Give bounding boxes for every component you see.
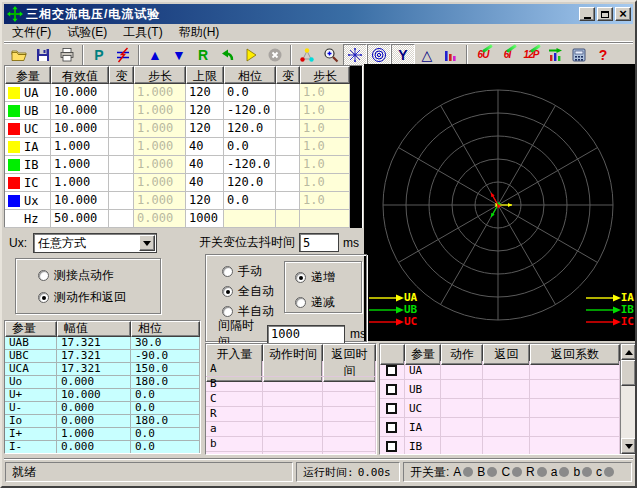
save-button[interactable] xyxy=(31,44,55,66)
wye-view-button[interactable]: Y xyxy=(391,44,415,66)
derived-cell: 0.0 xyxy=(131,441,200,454)
color-chip xyxy=(8,123,20,135)
param-value-cell[interactable]: 1.000 xyxy=(51,174,109,192)
direction-radio-1[interactable]: 递减 xyxy=(295,294,361,311)
reset-button[interactable]: R xyxy=(191,44,215,66)
ux-mode-dropdown-button[interactable] xyxy=(139,235,155,251)
debounce-input[interactable] xyxy=(299,233,339,252)
print-button[interactable] xyxy=(55,44,79,66)
6u-output-button[interactable]: 6U xyxy=(471,44,495,66)
input-row-C: C xyxy=(206,391,376,406)
12p-output-button[interactable]: 12P xyxy=(519,44,543,66)
radio-unchecked-icon xyxy=(38,270,49,281)
derived-row-Io: Io0.000180.0 xyxy=(5,415,200,428)
run-mode-radio-0[interactable]: 手动 xyxy=(222,263,274,280)
checkbox-unchecked[interactable] xyxy=(386,403,397,414)
param-value-cell[interactable]: 120 xyxy=(186,192,224,210)
param-value-cell[interactable]: 50.000 xyxy=(51,210,109,228)
rings-view-button[interactable] xyxy=(367,44,391,66)
scroll-track[interactable] xyxy=(621,386,636,438)
run-mode-radio-1[interactable]: 全自动 xyxy=(222,283,274,300)
param-row-UA: UA10.0001.0001200.01.0 xyxy=(5,84,362,102)
contact-mode-radio-1[interactable]: 测动作和返回 xyxy=(38,289,160,306)
param-label: IB xyxy=(24,158,38,172)
checkbox-unchecked[interactable] xyxy=(386,441,397,452)
ux-mode-select[interactable]: 任意方式 xyxy=(33,233,157,253)
param-value-cell: 1.0 xyxy=(300,120,350,138)
stop-button[interactable] xyxy=(263,44,287,66)
param-value-cell[interactable]: 0.0 xyxy=(224,138,276,156)
param-value-cell[interactable]: 1000 xyxy=(186,210,224,228)
checkbox-cell xyxy=(380,380,405,399)
result-cell xyxy=(483,437,530,454)
checkbox-unchecked[interactable] xyxy=(386,365,397,376)
scroll-down-button[interactable] xyxy=(621,438,636,454)
undo-button[interactable] xyxy=(215,44,239,66)
polar-grid-button[interactable] xyxy=(343,44,367,66)
p-output-button[interactable]: P xyxy=(87,44,111,66)
menu-item-test[interactable]: 试验(E) xyxy=(59,23,115,42)
zoom-button[interactable] xyxy=(319,44,343,66)
step-up-button[interactable]: ▲ xyxy=(143,44,167,66)
param-value-cell[interactable]: 120.0 xyxy=(224,174,276,192)
close-button[interactable]: × xyxy=(615,7,631,21)
checkbox-unchecked[interactable] xyxy=(386,384,397,395)
param-value-cell[interactable]: 40 xyxy=(186,174,224,192)
derived-row-I-: I-0.0000.0 xyxy=(5,441,200,454)
param-value-cell[interactable]: 120 xyxy=(186,120,224,138)
help-button[interactable]: ? xyxy=(591,44,615,66)
scroll-up-button[interactable] xyxy=(621,344,636,360)
param-value-cell[interactable]: -120.0 xyxy=(224,102,276,120)
param-value-cell[interactable]: 10.000 xyxy=(51,120,109,138)
param-value-cell[interactable]: 0.0 xyxy=(224,84,276,102)
minimize-icon xyxy=(584,17,591,19)
param-name-cell: IB xyxy=(5,156,51,174)
step-down-icon: ▼ xyxy=(171,47,187,63)
result-scrollbar[interactable] xyxy=(620,344,636,454)
menu-item-file[interactable]: 文件(F) xyxy=(4,23,59,42)
delta-view-button[interactable]: △ xyxy=(415,44,439,66)
open-file-icon xyxy=(11,47,27,63)
6i-output-button[interactable]: 6I xyxy=(495,44,519,66)
param-value-cell: 1.0 xyxy=(300,174,350,192)
direction-radio-0[interactable]: 递增 xyxy=(295,269,361,286)
maximize-button[interactable] xyxy=(597,7,613,21)
switch-state-icon xyxy=(604,467,614,477)
param-value-cell[interactable]: 1.000 xyxy=(51,138,109,156)
minimize-button[interactable] xyxy=(579,7,595,21)
param-value-cell[interactable]: 1.000 xyxy=(51,156,109,174)
export-report-button[interactable] xyxy=(543,44,567,66)
calculator-button[interactable] xyxy=(567,44,591,66)
param-value-cell[interactable]: 10.000 xyxy=(51,84,109,102)
scroll-thumb[interactable] xyxy=(621,360,636,386)
vector-diagram-button[interactable] xyxy=(295,44,319,66)
param-value-cell[interactable]: 120.0 xyxy=(224,120,276,138)
result-table: 参量动作返回返回系数UAUBUCIAIB xyxy=(380,344,620,454)
menu-item-help[interactable]: 帮助(H) xyxy=(171,23,228,42)
param-value-cell[interactable]: 0.0 xyxy=(224,192,276,210)
param-value-cell[interactable]: 120 xyxy=(186,84,224,102)
contact-mode-radio-0[interactable]: 测接点动作 xyxy=(38,267,160,284)
legend-arrow-icon xyxy=(585,305,621,314)
harmonics-button[interactable] xyxy=(439,44,463,66)
phase-source-button[interactable] xyxy=(111,44,135,66)
param-value-cell[interactable]: 10.000 xyxy=(51,192,109,210)
derived-row-Uo: Uo0.000180.0 xyxy=(5,376,200,389)
param-value-cell[interactable]: 40 xyxy=(186,138,224,156)
interval-input[interactable] xyxy=(267,325,345,344)
input-cell: B xyxy=(206,376,263,392)
color-chip xyxy=(8,195,20,207)
param-value-cell[interactable]: 10.000 xyxy=(51,102,109,120)
derived-row-U-: U-0.0000.0 xyxy=(5,402,200,415)
start-button[interactable] xyxy=(239,44,263,66)
open-button[interactable] xyxy=(7,44,31,66)
checkbox-unchecked[interactable] xyxy=(386,422,397,433)
param-value-cell[interactable]: -120.0 xyxy=(224,156,276,174)
result-cell xyxy=(530,361,620,380)
result-cell: UB xyxy=(405,380,441,399)
step-down-button[interactable]: ▼ xyxy=(167,44,191,66)
param-value-cell[interactable]: 120 xyxy=(186,102,224,120)
param-value-cell[interactable]: 40 xyxy=(186,156,224,174)
title-bar[interactable]: 三相交流电压/电流试验 × xyxy=(4,4,633,24)
menu-item-tools[interactable]: 工具(T) xyxy=(115,23,170,42)
